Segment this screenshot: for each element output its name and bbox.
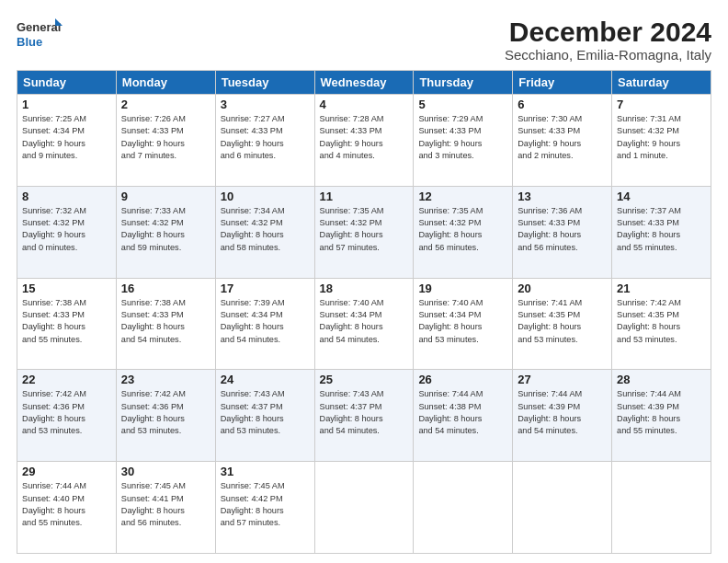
day-cell: 9Sunrise: 7:33 AMSunset: 4:32 PMDaylight… [116, 186, 215, 278]
subtitle: Secchiano, Emilia-Romagna, Italy [505, 47, 711, 63]
calendar-table: SundayMondayTuesdayWednesdayThursdayFrid… [17, 70, 711, 554]
day-cell: 25Sunrise: 7:43 AMSunset: 4:37 PMDayligh… [314, 370, 414, 462]
header-wednesday: Wednesday [314, 71, 414, 95]
day-number: 30 [121, 465, 210, 478]
day-info: Sunrise: 7:40 AMSunset: 4:34 PMDaylight:… [320, 297, 409, 346]
day-cell: 3Sunrise: 7:27 AMSunset: 4:33 PMDaylight… [215, 95, 314, 187]
day-info: Sunrise: 7:37 AMSunset: 4:33 PMDaylight:… [617, 205, 706, 254]
day-info: Sunrise: 7:39 AMSunset: 4:34 PMDaylight:… [221, 297, 310, 346]
day-cell: 28Sunrise: 7:44 AMSunset: 4:39 PMDayligh… [612, 370, 711, 462]
day-info: Sunrise: 7:34 AMSunset: 4:32 PMDaylight:… [221, 205, 310, 254]
day-number: 28 [617, 373, 706, 386]
day-info: Sunrise: 7:41 AMSunset: 4:35 PMDaylight:… [518, 297, 607, 346]
header-sunday: Sunday [17, 71, 117, 95]
day-cell: 13Sunrise: 7:36 AMSunset: 4:33 PMDayligh… [513, 186, 612, 278]
day-info: Sunrise: 7:27 AMSunset: 4:33 PMDaylight:… [221, 113, 310, 162]
day-info: Sunrise: 7:36 AMSunset: 4:33 PMDaylight:… [518, 205, 607, 254]
day-number: 8 [22, 190, 111, 203]
day-cell: 7Sunrise: 7:31 AMSunset: 4:32 PMDaylight… [612, 95, 711, 187]
day-number: 4 [320, 98, 409, 111]
day-number: 25 [320, 373, 409, 386]
day-number: 7 [617, 98, 706, 111]
day-cell [414, 462, 513, 554]
day-number: 17 [221, 282, 310, 295]
day-number: 9 [121, 190, 210, 203]
day-info: Sunrise: 7:28 AMSunset: 4:33 PMDaylight:… [320, 113, 409, 162]
day-number: 31 [221, 465, 310, 478]
day-cell: 8Sunrise: 7:32 AMSunset: 4:32 PMDaylight… [17, 186, 117, 278]
day-cell: 23Sunrise: 7:42 AMSunset: 4:36 PMDayligh… [116, 370, 215, 462]
day-info: Sunrise: 7:42 AMSunset: 4:35 PMDaylight:… [617, 297, 706, 346]
day-number: 21 [617, 282, 706, 295]
day-info: Sunrise: 7:35 AMSunset: 4:32 PMDaylight:… [418, 205, 507, 254]
day-cell: 15Sunrise: 7:38 AMSunset: 4:33 PMDayligh… [17, 278, 117, 370]
day-number: 15 [22, 282, 111, 295]
day-number: 22 [22, 373, 111, 386]
day-info: Sunrise: 7:35 AMSunset: 4:32 PMDaylight:… [320, 205, 409, 254]
day-cell: 18Sunrise: 7:40 AMSunset: 4:34 PMDayligh… [314, 278, 414, 370]
day-number: 18 [320, 282, 409, 295]
day-number: 3 [221, 98, 310, 111]
day-info: Sunrise: 7:42 AMSunset: 4:36 PMDaylight:… [121, 388, 210, 437]
day-number: 19 [418, 282, 507, 295]
day-cell: 1Sunrise: 7:25 AMSunset: 4:34 PMDaylight… [17, 95, 117, 187]
day-cell: 31Sunrise: 7:45 AMSunset: 4:42 PMDayligh… [215, 462, 314, 554]
day-number: 27 [518, 373, 607, 386]
header-thursday: Thursday [414, 71, 513, 95]
header-friday: Friday [513, 71, 612, 95]
header-tuesday: Tuesday [215, 71, 314, 95]
logo: General Blue [17, 17, 63, 52]
week-row-5: 29Sunrise: 7:44 AMSunset: 4:40 PMDayligh… [17, 462, 711, 554]
day-info: Sunrise: 7:32 AMSunset: 4:32 PMDaylight:… [22, 205, 111, 254]
day-info: Sunrise: 7:38 AMSunset: 4:33 PMDaylight:… [22, 297, 111, 346]
day-cell: 10Sunrise: 7:34 AMSunset: 4:32 PMDayligh… [215, 186, 314, 278]
day-number: 24 [221, 373, 310, 386]
day-cell [612, 462, 711, 554]
day-info: Sunrise: 7:42 AMSunset: 4:36 PMDaylight:… [22, 388, 111, 437]
day-cell: 20Sunrise: 7:41 AMSunset: 4:35 PMDayligh… [513, 278, 612, 370]
week-row-1: 1Sunrise: 7:25 AMSunset: 4:34 PMDaylight… [17, 95, 711, 187]
header-saturday: Saturday [612, 71, 711, 95]
day-info: Sunrise: 7:44 AMSunset: 4:38 PMDaylight:… [418, 388, 507, 437]
day-number: 23 [121, 373, 210, 386]
day-info: Sunrise: 7:26 AMSunset: 4:33 PMDaylight:… [121, 113, 210, 162]
day-info: Sunrise: 7:43 AMSunset: 4:37 PMDaylight:… [221, 388, 310, 437]
svg-text:Blue: Blue [17, 35, 42, 49]
day-number: 6 [518, 98, 607, 111]
calendar-header-row: SundayMondayTuesdayWednesdayThursdayFrid… [17, 71, 711, 95]
week-row-3: 15Sunrise: 7:38 AMSunset: 4:33 PMDayligh… [17, 278, 711, 370]
day-info: Sunrise: 7:45 AMSunset: 4:42 PMDaylight:… [221, 480, 310, 529]
day-cell: 11Sunrise: 7:35 AMSunset: 4:32 PMDayligh… [314, 186, 414, 278]
day-cell: 19Sunrise: 7:40 AMSunset: 4:34 PMDayligh… [414, 278, 513, 370]
day-cell: 6Sunrise: 7:30 AMSunset: 4:33 PMDaylight… [513, 95, 612, 187]
day-number: 1 [22, 98, 111, 111]
day-info: Sunrise: 7:31 AMSunset: 4:32 PMDaylight:… [617, 113, 706, 162]
day-cell: 22Sunrise: 7:42 AMSunset: 4:36 PMDayligh… [17, 370, 117, 462]
day-cell [314, 462, 414, 554]
day-info: Sunrise: 7:45 AMSunset: 4:41 PMDaylight:… [121, 480, 210, 529]
day-cell: 5Sunrise: 7:29 AMSunset: 4:33 PMDaylight… [414, 95, 513, 187]
day-info: Sunrise: 7:43 AMSunset: 4:37 PMDaylight:… [320, 388, 409, 437]
week-row-4: 22Sunrise: 7:42 AMSunset: 4:36 PMDayligh… [17, 370, 711, 462]
day-cell [513, 462, 612, 554]
day-info: Sunrise: 7:29 AMSunset: 4:33 PMDaylight:… [418, 113, 507, 162]
day-number: 5 [418, 98, 507, 111]
day-info: Sunrise: 7:44 AMSunset: 4:40 PMDaylight:… [22, 480, 111, 529]
day-cell: 4Sunrise: 7:28 AMSunset: 4:33 PMDaylight… [314, 95, 414, 187]
day-cell: 21Sunrise: 7:42 AMSunset: 4:35 PMDayligh… [612, 278, 711, 370]
day-info: Sunrise: 7:38 AMSunset: 4:33 PMDaylight:… [121, 297, 210, 346]
day-info: Sunrise: 7:44 AMSunset: 4:39 PMDaylight:… [617, 388, 706, 437]
header-monday: Monday [116, 71, 215, 95]
day-number: 2 [121, 98, 210, 111]
week-row-2: 8Sunrise: 7:32 AMSunset: 4:32 PMDaylight… [17, 186, 711, 278]
day-info: Sunrise: 7:25 AMSunset: 4:34 PMDaylight:… [22, 113, 111, 162]
svg-text:General: General [17, 20, 61, 34]
day-number: 29 [22, 465, 111, 478]
day-cell: 2Sunrise: 7:26 AMSunset: 4:33 PMDaylight… [116, 95, 215, 187]
day-number: 20 [518, 282, 607, 295]
day-cell: 16Sunrise: 7:38 AMSunset: 4:33 PMDayligh… [116, 278, 215, 370]
day-cell: 26Sunrise: 7:44 AMSunset: 4:38 PMDayligh… [414, 370, 513, 462]
day-info: Sunrise: 7:44 AMSunset: 4:39 PMDaylight:… [518, 388, 607, 437]
day-cell: 30Sunrise: 7:45 AMSunset: 4:41 PMDayligh… [116, 462, 215, 554]
title-block: December 2024 Secchiano, Emilia-Romagna,… [505, 17, 711, 63]
